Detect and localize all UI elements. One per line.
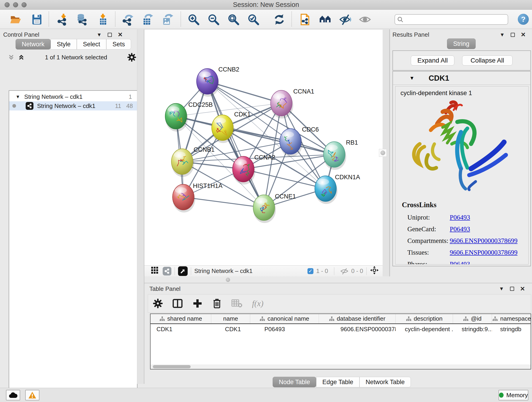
show-all-button[interactable] xyxy=(358,13,372,26)
crosslink-link[interactable]: P06493 xyxy=(450,260,470,264)
delete-column-trash-icon[interactable] xyxy=(212,298,222,309)
horizontal-splitter-grip[interactable] xyxy=(226,278,230,282)
export-network-button[interactable] xyxy=(121,13,135,26)
network-canvas[interactable]: CCNB2CCNA1CDC25BCDK1CDC6RB1CCNB1CCNA2CDK… xyxy=(144,30,383,265)
tab-network-table[interactable]: Network Table xyxy=(360,377,411,387)
expand-all-chevron-icon[interactable] xyxy=(18,54,25,61)
edge-count: 48 xyxy=(126,102,133,109)
show-columns-icon[interactable] xyxy=(172,298,183,309)
panel-menu-caret-icon[interactable]: ▼ xyxy=(500,32,505,37)
network-row[interactable]: String Network – cdk1 11 48 xyxy=(9,101,137,110)
network-manager-grid-icon[interactable] xyxy=(151,266,158,276)
protein-structure-image xyxy=(402,100,521,198)
first-neighbors-button[interactable] xyxy=(318,13,332,26)
panel-close-icon[interactable]: ✕ xyxy=(521,31,526,38)
window-minimize-button[interactable] xyxy=(13,2,18,7)
hide-selected-button[interactable] xyxy=(339,13,352,26)
collapse-all-chevron-icon[interactable] xyxy=(8,54,15,61)
crosslink-row: Tissues: 9606.ENSP00000378699 xyxy=(407,249,528,256)
center-view-crosshair-icon[interactable] xyxy=(370,266,379,276)
import-network-database-button[interactable] xyxy=(75,13,89,26)
search-input[interactable] xyxy=(405,16,508,23)
column-header[interactable]: shared name xyxy=(151,314,211,323)
panel-close-icon[interactable]: ✕ xyxy=(520,285,525,293)
crosslink-link[interactable]: 9606.ENSP00000378699 xyxy=(450,249,518,256)
memory-button[interactable]: Memory xyxy=(499,390,528,400)
collapse-all-button[interactable]: Collapse All xyxy=(462,56,513,65)
node-table[interactable]: shared name name canonical name database… xyxy=(150,313,531,370)
panel-close-icon[interactable]: ✕ xyxy=(118,31,123,38)
tab-edge-table[interactable]: Edge Table xyxy=(316,377,360,387)
save-session-button[interactable] xyxy=(30,13,44,26)
refresh-button[interactable] xyxy=(273,13,286,26)
crosslink-link[interactable]: P06493 xyxy=(450,214,470,221)
selected-nodes-checkbox[interactable]: ✓ xyxy=(307,268,313,274)
table-row[interactable]: CDK1 CDK1 P06493 9606.ENSP00000378699 cy… xyxy=(151,324,531,334)
expand-all-button[interactable]: Expand All xyxy=(411,56,454,65)
cell-id[interactable]: stringdb:9... xyxy=(453,326,492,333)
birdseye-view-icon[interactable] xyxy=(178,266,188,276)
import-table-button[interactable] xyxy=(96,13,109,26)
gene-header-row[interactable]: ▼ CDK1 xyxy=(393,71,530,85)
cell-canonical-name[interactable]: P06493 xyxy=(250,326,319,333)
table-horizontal-scrollbar[interactable] xyxy=(151,364,531,369)
window-zoom-button[interactable] xyxy=(22,2,27,7)
network-collection-row[interactable]: ▼ String Network – cdk1 1 xyxy=(9,92,137,101)
panel-float-icon[interactable] xyxy=(510,287,514,291)
string-share-icon[interactable] xyxy=(163,267,171,275)
column-header[interactable]: description xyxy=(396,314,453,323)
column-header[interactable]: canonical name xyxy=(250,314,319,323)
database-icon xyxy=(76,13,88,26)
import-network-file-button[interactable] xyxy=(56,13,69,26)
cell-shared-name[interactable]: CDK1 xyxy=(151,326,211,333)
import-table-icon xyxy=(97,13,109,26)
table-header-row: shared name name canonical name database… xyxy=(151,314,531,324)
tab-network[interactable]: Network xyxy=(16,39,51,50)
tab-sets[interactable]: Sets xyxy=(106,39,131,50)
network-from-file-button[interactable] xyxy=(298,13,312,26)
gear-icon[interactable] xyxy=(127,53,136,62)
hidden-eye-icon[interactable] xyxy=(340,268,348,274)
warnings-button[interactable] xyxy=(25,390,39,400)
zoom-out-button[interactable] xyxy=(207,13,220,26)
export-table-button[interactable] xyxy=(141,13,154,26)
tab-style[interactable]: Style xyxy=(51,39,77,50)
network-graph[interactable]: CCNB2CCNA1CDC25BCDK1CDC6RB1CCNB1CCNA2CDK… xyxy=(144,30,383,265)
column-header[interactable]: namespace xyxy=(492,314,531,323)
zoom-fit-button[interactable] xyxy=(227,13,240,26)
panel-menu-caret-icon[interactable]: ▼ xyxy=(97,32,102,37)
crosslink-link[interactable]: P06493 xyxy=(450,225,470,233)
tab-string-results[interactable]: String xyxy=(447,38,476,49)
tab-select[interactable]: Select xyxy=(77,39,106,50)
cell-database-identifier[interactable]: 9606.ENSP00000378699 xyxy=(319,326,396,333)
open-session-button[interactable] xyxy=(9,13,22,26)
panel-float-icon[interactable] xyxy=(108,33,112,37)
tab-node-table[interactable]: Node Table xyxy=(273,377,316,387)
cell-namespace[interactable]: stringdb xyxy=(492,326,531,333)
crosslink-link[interactable]: 9606.ENSP00000378699 xyxy=(450,237,518,245)
help-button[interactable]: ? xyxy=(518,14,529,25)
cell-description[interactable]: cyclin-dependent ... xyxy=(396,326,453,333)
svg-text:CCNA2: CCNA2 xyxy=(254,154,275,161)
column-header[interactable]: @id xyxy=(453,314,492,323)
cloud-button[interactable] xyxy=(6,390,20,400)
column-header[interactable]: database identifier xyxy=(319,314,396,323)
right-splitter-grip[interactable] xyxy=(379,149,387,157)
cell-name[interactable]: CDK1 xyxy=(211,326,250,333)
window-close-button[interactable] xyxy=(5,2,10,7)
crosslink-row: Pharos: P06493 xyxy=(407,260,528,264)
add-column-plus-icon[interactable] xyxy=(192,298,203,308)
zoom-in-button[interactable] xyxy=(187,13,200,26)
collapse-caret-icon[interactable]: ▼ xyxy=(409,75,414,81)
tree-expand-caret-icon[interactable]: ▼ xyxy=(16,94,20,99)
column-header[interactable]: name xyxy=(211,314,250,323)
panel-menu-caret-icon[interactable]: ▼ xyxy=(499,286,504,291)
scrollbar-thumb[interactable] xyxy=(153,365,191,368)
panel-float-icon[interactable] xyxy=(511,33,515,37)
left-splitter[interactable] xyxy=(137,29,144,384)
warning-icon xyxy=(28,391,36,399)
export-image-button[interactable] xyxy=(160,13,174,26)
crosslinks-title: CrossLinks xyxy=(402,201,528,209)
table-settings-gear-icon[interactable] xyxy=(153,299,163,308)
zoom-selected-button[interactable] xyxy=(247,13,260,26)
